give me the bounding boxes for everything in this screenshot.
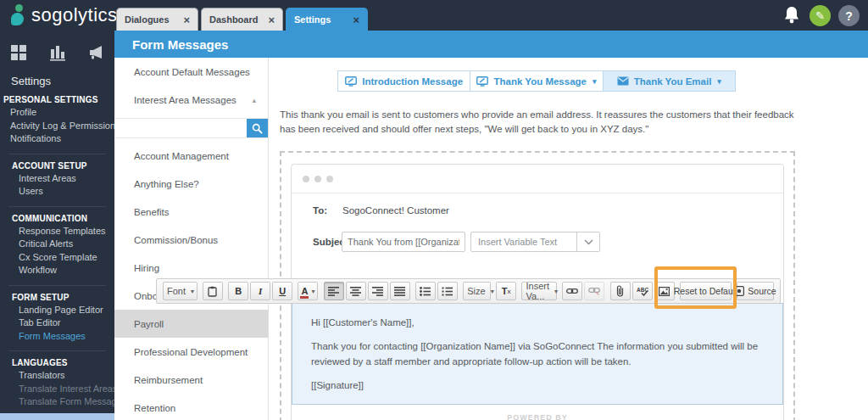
- area-item-anything-else[interactable]: Anything Else?: [114, 170, 268, 198]
- tab-description: This thank you email is sent to customer…: [280, 108, 800, 136]
- area-item-benefits[interactable]: Benefits: [114, 198, 268, 226]
- collapse-caret-icon[interactable]: ▴: [252, 96, 256, 104]
- area-search-input[interactable]: [114, 119, 247, 137]
- area-item-payroll[interactable]: Payroll: [114, 310, 268, 338]
- italic-button[interactable]: I: [250, 282, 270, 300]
- page-header: Form Messages: [114, 31, 868, 58]
- subject-label: Subject:: [313, 237, 342, 247]
- tab-dialogues[interactable]: Dialogues ×: [116, 8, 198, 31]
- section-header: PERSONAL SETTINGS: [0, 95, 114, 104]
- spellcheck-icon[interactable]: ABC: [632, 282, 653, 300]
- tab-label: Settings: [294, 14, 331, 25]
- unlink-icon[interactable]: [584, 282, 604, 300]
- edit-pencil-icon[interactable]: ✎: [810, 5, 831, 26]
- area-item-retention[interactable]: Retention: [114, 394, 268, 420]
- insert-variable-toolbar-dropdown[interactable]: Insert Va... ▾: [521, 282, 557, 300]
- insert-image-icon[interactable]: [654, 282, 675, 300]
- insert-variable-dropdown[interactable]: Insert Variable Text: [470, 232, 600, 252]
- panel-item-interest-area-messages[interactable]: Interest Area Messages ▴: [114, 86, 268, 114]
- area-item-reimbursement[interactable]: Reimbursement: [114, 366, 268, 394]
- attachment-paperclip-icon[interactable]: [610, 282, 631, 300]
- panel-item-label: Account Default Messages: [134, 67, 250, 77]
- nav-item-cx-score-template[interactable]: Cx Score Template: [8, 251, 106, 265]
- nav-item-translate-form-messages[interactable]: Translate Form Messages: [8, 395, 106, 409]
- email-paragraph: Thank you for contacting [[Organization …: [311, 339, 764, 369]
- bar-chart-icon[interactable]: [50, 44, 65, 61]
- tab-label: Dashboard: [209, 14, 258, 25]
- tab-label: Introduction Message: [362, 76, 463, 87]
- align-left-icon[interactable]: [324, 282, 344, 300]
- panel-item-label: Interest Area Messages: [134, 95, 236, 105]
- megaphone-icon[interactable]: [88, 44, 105, 61]
- grid-apps-icon[interactable]: [10, 44, 27, 61]
- remove-format-button[interactable]: Tx: [496, 282, 516, 300]
- nav-item-translate-interest-areas[interactable]: Translate Interest Areas: [8, 383, 106, 396]
- tab-settings[interactable]: Settings ×: [286, 8, 368, 31]
- link-icon[interactable]: [562, 282, 582, 300]
- search-button[interactable]: [247, 119, 268, 137]
- powered-by-label: POWERED BY: [292, 413, 783, 420]
- envelope-icon: [617, 76, 629, 86]
- subject-input[interactable]: [342, 232, 465, 252]
- font-dropdown[interactable]: Font ▾: [163, 282, 198, 300]
- nav-section-personal: PERSONAL SETTINGS Profile Activity Log &…: [0, 95, 114, 146]
- sogolytics-logo[interactable]: sogolytics: [8, 3, 118, 28]
- message-icon: [476, 76, 488, 87]
- tab-dashboard[interactable]: Dashboard ×: [201, 8, 283, 31]
- panel-item-account-default-messages[interactable]: Account Default Messages: [114, 58, 268, 86]
- sogolytics-logo-icon: [8, 3, 27, 28]
- text-color-button[interactable]: A ▾: [298, 282, 318, 300]
- nav-item-form-messages[interactable]: Form Messages: [8, 330, 106, 344]
- help-icon[interactable]: ?: [838, 5, 860, 26]
- area-item-professional-development[interactable]: Professional Development: [114, 338, 268, 366]
- nav-item-landing-page-editor[interactable]: Landing Page Editor: [8, 304, 106, 317]
- remove-format-label: T: [502, 286, 508, 296]
- search-icon: [252, 123, 263, 134]
- chevron-down-icon: [576, 232, 599, 251]
- remove-format-sub: x: [508, 288, 511, 295]
- nav-item-notifications[interactable]: Notifications: [0, 132, 114, 146]
- chevron-down-icon: ▾: [191, 288, 194, 295]
- area-item-account-management[interactable]: Account Management: [114, 142, 268, 170]
- nav-item-tab-editor[interactable]: Tab Editor: [8, 316, 106, 330]
- size-dropdown-label: Size: [467, 286, 485, 296]
- nav-item-translators[interactable]: Translators: [8, 369, 106, 383]
- area-item-commission-bonus[interactable]: Commission/Bonus: [114, 226, 268, 254]
- notifications-bell-icon[interactable]: [782, 5, 801, 25]
- align-center-icon[interactable]: [346, 282, 366, 300]
- section-header: FORM SETUP: [8, 293, 106, 302]
- email-body-editor[interactable]: Hi [[Customer's Name]], Thank you for co…: [292, 303, 783, 405]
- message-type-tabs: Introduction Message Thank You Message ▾…: [337, 70, 736, 92]
- tab-thank-you-message[interactable]: Thank You Message ▾: [470, 71, 602, 91]
- numbered-list-icon[interactable]: [437, 282, 458, 300]
- reset-to-default-button[interactable]: Reset to Default: [680, 282, 732, 300]
- email-greeting: Hi [[Customer's Name]],: [311, 316, 764, 330]
- align-right-icon[interactable]: [368, 282, 388, 300]
- bold-button[interactable]: B: [228, 282, 248, 300]
- tab-introduction-message[interactable]: Introduction Message: [338, 71, 470, 91]
- chevron-down-icon: ▾: [717, 77, 721, 86]
- page-title: Form Messages: [132, 37, 228, 52]
- source-button[interactable]: Source: [737, 282, 774, 300]
- logo-text: sogolytics: [31, 4, 118, 26]
- nav-item-critical-alerts[interactable]: Critical Alerts: [8, 238, 106, 251]
- justify-icon[interactable]: [390, 282, 410, 300]
- close-icon[interactable]: ×: [268, 14, 275, 25]
- nav-item-users[interactable]: Users: [8, 185, 106, 199]
- nav-item-activity-log[interactable]: Activity Log & Permissions: [0, 120, 114, 133]
- nav-item-profile[interactable]: Profile: [0, 106, 114, 120]
- insert-variable-label: Insert Va...: [526, 281, 549, 301]
- close-icon[interactable]: ×: [183, 14, 190, 25]
- close-icon[interactable]: ×: [353, 14, 359, 25]
- nav-item-interest-areas[interactable]: Interest Areas: [8, 172, 106, 186]
- chevron-down-icon: ▾: [593, 77, 597, 86]
- bullet-list-icon[interactable]: [415, 282, 436, 300]
- size-dropdown[interactable]: Size ▾: [463, 282, 491, 300]
- paste-icon[interactable]: [203, 282, 223, 300]
- tab-thank-you-email[interactable]: Thank You Email ▾: [603, 71, 735, 91]
- nav-item-response-templates[interactable]: Response Templates: [8, 225, 106, 238]
- nav-section-communication: COMMUNICATION Response Templates Critica…: [8, 206, 106, 277]
- nav-item-workflow[interactable]: Workflow: [8, 264, 106, 277]
- underline-button[interactable]: U: [272, 282, 292, 300]
- form-messages-panel: Account Default Messages Interest Area M…: [114, 58, 269, 420]
